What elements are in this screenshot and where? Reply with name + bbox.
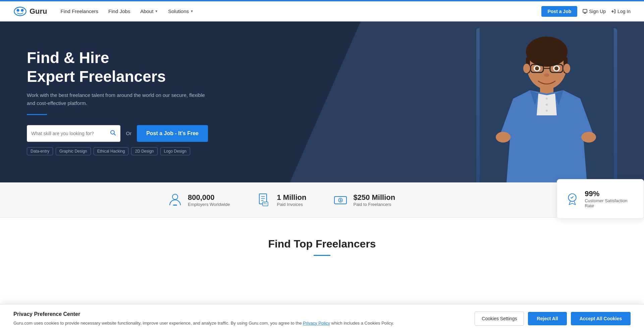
- svg-point-0: [14, 7, 26, 16]
- svg-point-20: [546, 98, 548, 100]
- floating-stat-number: 99%: [585, 189, 636, 198]
- floating-stat-label: Customer Satisfaction Rate: [585, 198, 636, 208]
- search-row: Or Post a Job - It's Free: [27, 125, 208, 142]
- hero-title: Find & Hire Expert Freelancers: [27, 49, 208, 86]
- logo-text: Guru: [30, 7, 47, 16]
- post-job-nav-button[interactable]: Post a Job: [541, 6, 577, 17]
- stat-employers-number: 800,000: [188, 193, 230, 202]
- chevron-down-icon: ▼: [190, 9, 194, 13]
- logo[interactable]: Guru: [13, 6, 47, 17]
- person-icon: [168, 192, 182, 207]
- hero-section: Find & Hire Expert Freelancers Work with…: [0, 21, 644, 182]
- svg-point-10: [564, 64, 570, 73]
- search-icon: [110, 130, 116, 137]
- signup-icon: [583, 9, 587, 14]
- stat-employers-text: 800,000 Employers Worldwide: [188, 193, 230, 207]
- svg-point-24: [581, 132, 596, 143]
- svg-point-26: [172, 194, 178, 200]
- tag-graphic-design[interactable]: Graphic Design: [56, 147, 91, 155]
- signup-button[interactable]: Sign Up: [583, 9, 606, 14]
- chevron-down-icon: ▼: [155, 9, 158, 13]
- tag-logo-design[interactable]: Logo Design: [160, 147, 190, 155]
- floating-stat-text: 99% Customer Satisfaction Rate: [585, 189, 636, 208]
- find-title: Find Top Freelancers: [13, 238, 631, 250]
- stat-paid-label: Paid to Freelancers: [353, 202, 395, 207]
- nav-find-freelancers[interactable]: Find Freelancers: [61, 8, 99, 14]
- stat-invoices-label: Paid Invoices: [277, 202, 306, 207]
- stat-employers-label: Employers Worldwide: [188, 202, 230, 207]
- stat-paid-text: $250 Million Paid to Freelancers: [353, 193, 395, 207]
- stats-bar: 800,000 Employers Worldwide 1 Million Pa…: [0, 182, 644, 218]
- svg-rect-27: [173, 205, 177, 206]
- find-freelancers-section: Find Top Freelancers: [0, 218, 644, 266]
- svg-point-1: [17, 9, 19, 11]
- hero-person-image: [476, 28, 617, 182]
- stat-invoices-number: 1 Million: [277, 193, 306, 202]
- search-tags: Data-entry Graphic Design Ethical Hackin…: [27, 147, 208, 155]
- or-text: Or: [126, 130, 131, 136]
- navbar: Guru Find Freelancers Find Jobs About ▼ …: [0, 1, 644, 21]
- svg-point-9: [523, 64, 530, 73]
- nav-find-jobs[interactable]: Find Jobs: [108, 8, 130, 14]
- svg-point-18: [544, 73, 549, 77]
- stats-inner: 800,000 Employers Worldwide 1 Million Pa…: [154, 182, 490, 217]
- nav-about[interactable]: About ▼: [140, 8, 158, 14]
- svg-rect-3: [583, 9, 587, 12]
- svg-point-22: [546, 110, 548, 112]
- svg-point-23: [496, 132, 511, 143]
- stat-paid-number: $250 Million: [353, 193, 395, 202]
- hero-divider: [27, 114, 47, 115]
- svg-point-17: [554, 66, 558, 70]
- stat-invoices: 1 Million Paid Invoices: [257, 192, 306, 207]
- nav-links: Find Freelancers Find Jobs About ▼ Solut…: [61, 8, 542, 14]
- tag-2d-design[interactable]: 2D Design: [131, 147, 157, 155]
- post-job-hero-button[interactable]: Post a Job - It's Free: [137, 125, 208, 142]
- login-button[interactable]: Log In: [611, 9, 631, 14]
- hero-subtitle: Work with the best freelance talent from…: [27, 91, 208, 107]
- invoice-icon: [257, 192, 271, 207]
- hero-content: Find & Hire Expert Freelancers Work with…: [0, 29, 235, 175]
- tag-data-entry[interactable]: Data-entry: [27, 147, 53, 155]
- svg-point-2: [21, 9, 23, 11]
- nav-solutions[interactable]: Solutions ▼: [168, 8, 194, 14]
- svg-point-15: [535, 66, 539, 70]
- find-divider: [314, 255, 330, 256]
- stat-paid: $250 Million Paid to Freelancers: [333, 192, 395, 207]
- stat-invoices-text: 1 Million Paid Invoices: [277, 193, 306, 207]
- tag-ethical-hacking[interactable]: Ethical Hacking: [94, 147, 129, 155]
- search-input[interactable]: [31, 131, 110, 136]
- nav-actions: Post a Job Sign Up Log In: [541, 6, 631, 17]
- award-icon: [565, 191, 579, 206]
- svg-point-6: [526, 37, 568, 67]
- floating-stat-card: 99% Customer Satisfaction Rate: [557, 179, 644, 219]
- money-icon: [333, 192, 348, 207]
- stat-employers: 800,000 Employers Worldwide: [168, 192, 230, 207]
- logo-icon: [13, 6, 27, 17]
- search-box: [27, 125, 120, 142]
- login-icon: [611, 9, 616, 14]
- svg-point-21: [546, 104, 548, 106]
- person-illustration: [480, 28, 614, 182]
